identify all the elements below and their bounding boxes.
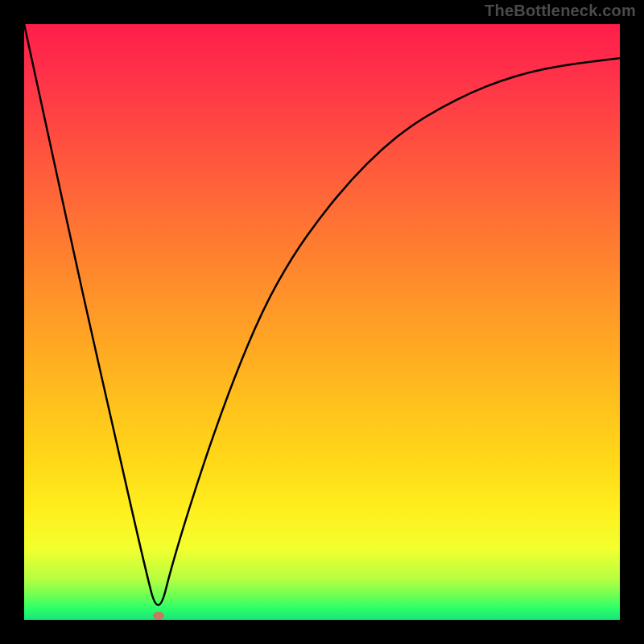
curve-svg xyxy=(24,24,620,620)
optimal-point-marker xyxy=(153,612,164,620)
chart-frame: TheBottleneck.com xyxy=(0,0,644,644)
watermark-text: TheBottleneck.com xyxy=(485,2,636,20)
bottleneck-curve xyxy=(24,24,620,605)
plot-area xyxy=(24,24,620,620)
